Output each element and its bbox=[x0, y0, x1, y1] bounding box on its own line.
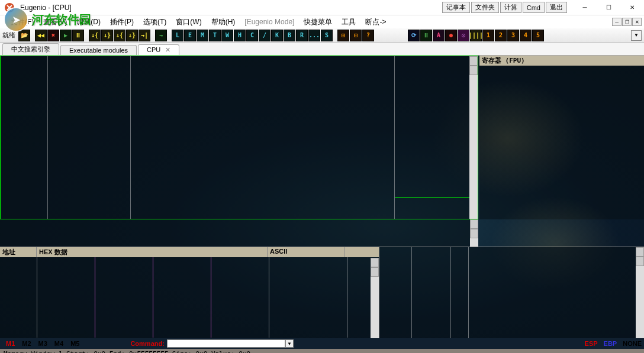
tb-l-button[interactable]: L bbox=[172, 30, 183, 41]
m5-button[interactable]: M5 bbox=[67, 340, 83, 347]
none-label[interactable]: NONE bbox=[623, 340, 642, 347]
tabbar: 中文搜索引擎 Executable modules CPU✕ bbox=[0, 43, 644, 56]
tb-slash-button[interactable]: / bbox=[259, 30, 271, 41]
menu-breakpoint[interactable]: 断点-> bbox=[360, 17, 391, 27]
tb-k-button[interactable]: K bbox=[271, 30, 283, 41]
stack-divider bbox=[450, 247, 451, 338]
hexdump-pane[interactable]: 地址 HEX 数据 ASCII bbox=[0, 247, 379, 338]
info-scrollbar[interactable] bbox=[470, 219, 478, 247]
menu-quick[interactable]: 快捷菜单 bbox=[299, 17, 337, 27]
hex-divider bbox=[269, 257, 269, 338]
disasm-bytes-col bbox=[48, 56, 131, 219]
menu-plugin[interactable]: 插件(P) bbox=[105, 17, 139, 27]
disasm-scrollbar[interactable] bbox=[469, 56, 478, 219]
tb-3-button[interactable]: 3 bbox=[507, 30, 519, 41]
stack-pane[interactable] bbox=[379, 247, 644, 338]
window-controls: ─ ☐ ✕ bbox=[573, 0, 644, 15]
tb-h-button[interactable]: H bbox=[234, 30, 246, 41]
stack-scrollbar[interactable] bbox=[636, 247, 644, 338]
tb-2-button[interactable]: 2 bbox=[495, 30, 507, 41]
workspace: 寄存器 (FPU) 地址 HEX 数据 ASCII bbox=[0, 56, 644, 338]
minimize-button[interactable]: ─ bbox=[573, 0, 597, 15]
tb-goto-icon[interactable]: → bbox=[155, 30, 167, 41]
tb-more-button[interactable]: ... bbox=[308, 30, 320, 41]
external-buttons: 记事本 文件夹 计算 Cmd 退出 bbox=[442, 2, 567, 13]
hex-divider bbox=[37, 257, 37, 338]
tb-c-button[interactable]: C bbox=[246, 30, 258, 41]
command-dropdown[interactable]: ▼ bbox=[285, 339, 294, 348]
watermark: ➤ 河东软件园 bbox=[4, 7, 91, 32]
mdi-restore[interactable]: ❐ bbox=[622, 18, 632, 26]
tb-s-button[interactable]: S bbox=[321, 30, 333, 41]
registers-pane[interactable]: 寄存器 (FPU) bbox=[479, 56, 644, 219]
ebp-label[interactable]: EBP bbox=[604, 340, 617, 347]
tb-refresh-icon[interactable]: ⟳ bbox=[408, 30, 420, 41]
close-button[interactable]: ✕ bbox=[620, 0, 644, 15]
bottom-panes: 地址 HEX 数据 ASCII bbox=[0, 247, 644, 338]
cmd-button[interactable]: Cmd bbox=[523, 2, 545, 13]
info-pane[interactable] bbox=[0, 219, 478, 247]
mdi-minimize[interactable]: ─ bbox=[612, 18, 622, 26]
disassembly-pane[interactable] bbox=[0, 56, 478, 219]
titlebar: Eugenio - [CPU] 记事本 文件夹 计算 Cmd 退出 ─ ☐ ✕ bbox=[0, 0, 644, 15]
tab-close-icon[interactable]: ✕ bbox=[165, 46, 170, 53]
tb-r-button[interactable]: R bbox=[296, 30, 308, 41]
tb-bars-icon[interactable]: |||| bbox=[470, 30, 482, 41]
tb-w-button[interactable]: W bbox=[221, 30, 233, 41]
m2-button[interactable]: M2 bbox=[18, 340, 34, 347]
tb-record-icon[interactable]: ● bbox=[445, 30, 457, 41]
hex-divider bbox=[211, 257, 211, 338]
esp-label[interactable]: ESP bbox=[585, 340, 598, 347]
tb-grid1-icon[interactable]: ⊞ bbox=[337, 30, 349, 41]
tb-4-button[interactable]: 4 bbox=[520, 30, 532, 41]
tb-tillret-icon[interactable]: →| bbox=[139, 30, 150, 41]
tb-5-button[interactable]: 5 bbox=[532, 30, 544, 41]
statusbar: Memory Window 1 Start: 0x0 End: 0xFFFFFF… bbox=[0, 349, 644, 353]
tab-search-engine[interactable]: 中文搜索引擎 bbox=[2, 43, 59, 55]
tb-t-button[interactable]: T bbox=[209, 30, 221, 41]
maximize-button[interactable]: ☐ bbox=[597, 0, 620, 15]
tab-label: Executable modules bbox=[69, 47, 128, 54]
stack-divider bbox=[468, 247, 469, 338]
hex-scrollbar[interactable] bbox=[371, 258, 379, 338]
folder-button[interactable]: 文件夹 bbox=[471, 2, 499, 13]
m3-button[interactable]: M3 bbox=[35, 340, 51, 347]
tb-a-button[interactable]: A bbox=[433, 30, 445, 41]
tb-play2-icon[interactable]: ⏸ bbox=[420, 30, 432, 41]
menu-help[interactable]: 帮助(H) bbox=[207, 17, 240, 27]
menu-window[interactable]: 窗口(W) bbox=[171, 17, 206, 27]
tb-target-icon[interactable]: ◎ bbox=[458, 30, 469, 41]
tb-e-button[interactable]: E bbox=[184, 30, 196, 41]
hex-header-addr: 地址 bbox=[0, 247, 37, 257]
hex-headers: 地址 HEX 数据 ASCII bbox=[0, 247, 379, 257]
tb-traceinto-icon[interactable]: ⇓{ bbox=[114, 30, 125, 41]
toolbar-status-label: 就绪 bbox=[2, 31, 15, 40]
tab-executable-modules[interactable]: Executable modules bbox=[60, 45, 137, 55]
tb-traceover-icon[interactable]: ⇓} bbox=[126, 30, 138, 41]
exit-button[interactable]: 退出 bbox=[546, 2, 567, 13]
menubar: 文件(F) 查看(V) 调试(D) 插件(P) 选项(T) 窗口(W) 帮助(H… bbox=[0, 15, 644, 28]
m1-button[interactable]: M1 bbox=[2, 340, 18, 347]
calc-button[interactable]: 计算 bbox=[500, 2, 521, 13]
hex-body bbox=[0, 257, 379, 338]
tb-stepover-icon[interactable]: ↓} bbox=[101, 30, 113, 41]
hex-divider bbox=[95, 257, 95, 338]
tab-cpu[interactable]: CPU✕ bbox=[138, 44, 179, 55]
tb-1-button[interactable]: 1 bbox=[482, 30, 494, 41]
menu-option[interactable]: 选项(T) bbox=[139, 17, 171, 27]
command-bar: M1 M2 M3 M4 M5 Command: ▼ ESP EBP NONE bbox=[0, 338, 644, 349]
mdi-close[interactable]: ✕ bbox=[632, 18, 642, 26]
tb-settings-icon[interactable]: ? bbox=[362, 30, 374, 41]
stack-divider bbox=[411, 247, 412, 338]
notepad-button[interactable]: 记事本 bbox=[442, 2, 470, 13]
command-label: Command: bbox=[130, 340, 164, 347]
menu-mode: [Eugenio Mode] bbox=[240, 18, 299, 26]
menu-tools[interactable]: 工具 bbox=[337, 17, 360, 27]
toolbar-dropdown[interactable]: ▼ bbox=[631, 30, 642, 41]
tb-m-button[interactable]: M bbox=[197, 30, 208, 41]
tab-label: 中文搜索引擎 bbox=[11, 46, 50, 53]
tb-grid2-icon[interactable]: ⊟ bbox=[350, 30, 362, 41]
m4-button[interactable]: M4 bbox=[51, 340, 67, 347]
tb-b-button[interactable]: B bbox=[284, 30, 295, 41]
command-input[interactable] bbox=[167, 339, 285, 348]
